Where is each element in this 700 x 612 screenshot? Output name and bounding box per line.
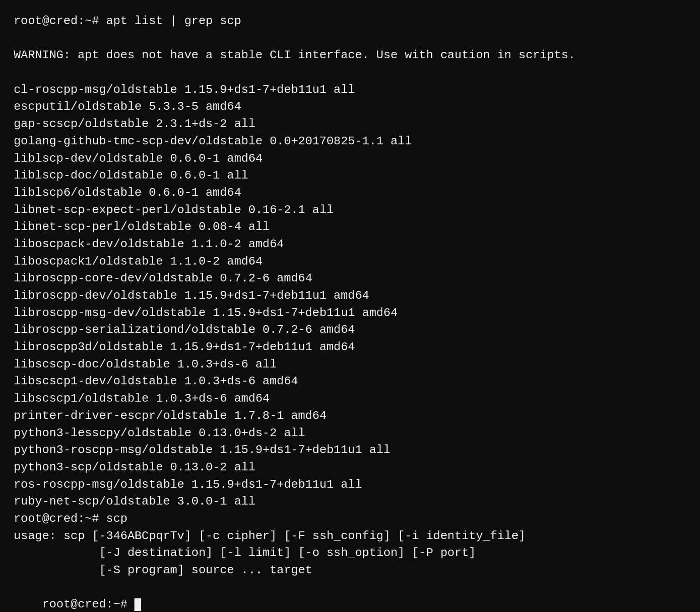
package-item: liboscpack-dev/oldstable 1.1.0-2 amd64 xyxy=(14,236,686,253)
package-item: ruby-net-scp/oldstable 3.0.0-1 all xyxy=(14,493,686,510)
warning-message: WARNING: apt does not have a stable CLI … xyxy=(14,47,686,64)
package-item: libnet-scp-perl/oldstable 0.08-4 all xyxy=(14,219,686,236)
package-item: escputil/oldstable 5.3.3-5 amd64 xyxy=(14,98,686,116)
final-prompt: root@cred:~# xyxy=(14,579,686,612)
package-item: liblscp-doc/oldstable 0.6.0-1 all xyxy=(14,167,686,184)
package-item: golang-github-tmc-scp-dev/oldstable 0.0+… xyxy=(14,133,686,150)
package-item: libroscpp-msg-dev/oldstable 1.15.9+ds1-7… xyxy=(14,305,686,322)
terminal-window: root@cred:~# apt list | grep scp WARNING… xyxy=(14,13,686,612)
package-item: python3-scp/oldstable 0.13.0-2 all xyxy=(14,459,686,476)
package-item: libroscpp-core-dev/oldstable 0.7.2-6 amd… xyxy=(14,270,686,287)
blank-2 xyxy=(14,64,686,82)
package-item: python3-lesscpy/oldstable 0.13.0+ds-2 al… xyxy=(14,425,686,442)
package-item: libroscpp-dev/oldstable 1.15.9+ds1-7+deb… xyxy=(14,287,686,305)
package-list: cl-roscpp-msg/oldstable 1.15.9+ds1-7+deb… xyxy=(14,82,686,510)
package-item: libscscp1-dev/oldstable 1.0.3+ds-6 amd64 xyxy=(14,373,686,390)
package-item: libroscpp-serializationd/oldstable 0.7.2… xyxy=(14,321,686,339)
usage-line-3: [-S program] source ... target xyxy=(14,562,686,579)
package-item: liblscp6/oldstable 0.6.0-1 amd64 xyxy=(14,184,686,202)
cursor xyxy=(134,598,141,612)
package-item: gap-scscp/oldstable 2.3.1+ds-2 all xyxy=(14,116,686,133)
command-2: root@cred:~# scp xyxy=(14,510,686,528)
blank-1 xyxy=(14,30,686,47)
package-item: libroscpp3d/oldstable 1.15.9+ds1-7+deb11… xyxy=(14,339,686,356)
package-item: liboscpack1/oldstable 1.1.0-2 amd64 xyxy=(14,253,686,270)
package-item: libscscp-doc/oldstable 1.0.3+ds-6 all xyxy=(14,356,686,373)
usage-line-1: usage: scp [-346ABCpqrTv] [-c cipher] [-… xyxy=(14,528,686,545)
command-1: root@cred:~# apt list | grep scp xyxy=(14,13,686,30)
package-item: printer-driver-escpr/oldstable 1.7.8-1 a… xyxy=(14,408,686,425)
package-item: libnet-scp-expect-perl/oldstable 0.16-2.… xyxy=(14,202,686,219)
package-item: liblscp-dev/oldstable 0.6.0-1 amd64 xyxy=(14,150,686,168)
package-item: ros-roscpp-msg/oldstable 1.15.9+ds1-7+de… xyxy=(14,476,686,494)
package-item: cl-roscpp-msg/oldstable 1.15.9+ds1-7+deb… xyxy=(14,82,686,99)
usage-line-2: [-J destination] [-l limit] [-o ssh_opti… xyxy=(14,545,686,562)
package-item: python3-roscpp-msg/oldstable 1.15.9+ds1-… xyxy=(14,442,686,459)
package-item: libscscp1/oldstable 1.0.3+ds-6 amd64 xyxy=(14,390,686,408)
